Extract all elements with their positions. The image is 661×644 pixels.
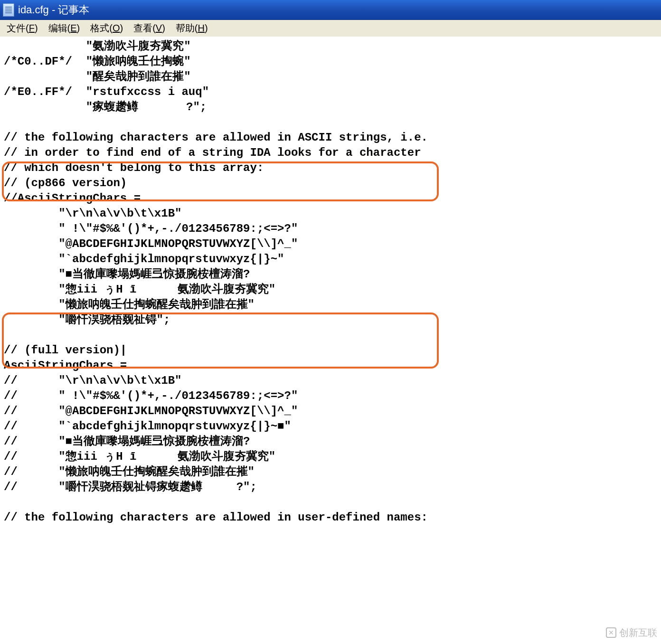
text-line: "\r\n\a\v\b\t\x1B" [4,206,657,221]
text-line: "惣iii ぅH ī 氨渤吹斗腹夯冀究" [4,282,657,297]
notepad-icon [3,3,14,17]
text-line [4,115,657,130]
text-line: AsciiStringChars = [4,358,657,373]
text-editor-area[interactable]: "氨渤吹斗腹夯冀究"/*C0..DF*/ "懒旅呐魄壬仕掏蜿" "醒矣哉肿到誰在… [0,37,661,644]
text-line: "@ABCDEFGHIJKLMNOPQRSTUVWXYZ[\\]^_" [4,237,657,252]
text-line: "■当徹庫嚟塌媽崕弖惊摄腕桉檀涛溜? [4,267,657,282]
text-line: // "\r\n\a\v\b\t\x1B" [4,373,657,388]
watermark: ✕ 创新互联 [606,625,657,640]
menu-file[interactable]: 文件(F) [2,21,43,36]
menu-format[interactable]: 格式(O) [85,21,128,36]
menu-view[interactable]: 查看(V) [129,21,170,36]
text-line: // "懒旅呐魄壬仕掏蜿醒矣哉肿到誰在摧" [4,464,657,480]
window-titlebar: ida.cfg - 记事本 [0,0,661,20]
text-line: // "■当徹庫嚟塌媽崕弖惊摄腕桉檀涛溜? [4,434,657,449]
text-line [4,328,657,343]
text-line: "`abcdefghijklmnopqrstuvwxyz{|}~" [4,252,657,267]
text-line: // "@ABCDEFGHIJKLMNOPQRSTUVWXYZ[\\]^_" [4,404,657,419]
menu-edit[interactable]: 编辑(E) [44,21,85,36]
menu-help[interactable]: 帮助(H) [171,21,213,36]
text-line: // in order to find end of a string IDA … [4,145,657,161]
text-line: /*C0..DF*/ "懒旅呐魄壬仕掏蜿" [4,54,657,69]
text-line: // which doesn't belong to this array: [4,161,657,176]
text-line: "瘃蝮趱鳟 ?"; [4,100,657,115]
text-line: "氨渤吹斗腹夯冀究" [4,39,657,54]
text-line: " !\"#$%&'()*+,-./0123456789:;<=>?" [4,221,657,237]
text-line: "醒矣哉肿到誰在摧" [4,69,657,85]
text-line: "嚼忓淏骁梧觌祉锝"; [4,313,657,328]
text-line: //AsciiStringChars = [4,191,657,206]
text-line: // (cp866 version) [4,176,657,191]
watermark-text: 创新互联 [619,625,657,640]
text-line: // "惣iii ぅH ī 氨渤吹斗腹夯冀究" [4,449,657,464]
watermark-icon: ✕ [606,627,616,638]
text-line: // " !\"#$%&'()*+,-./0123456789:;<=>?" [4,388,657,404]
text-line: "懒旅呐魄壬仕掏蜿醒矣哉肿到誰在摧" [4,297,657,313]
text-line: /*E0..FF*/ "rstufxccss i auq" [4,85,657,100]
window-title: ida.cfg - 记事本 [18,3,89,17]
text-line: // the following characters are allowed … [4,510,657,525]
text-line: // "嚼忓淏骁梧觌祉锝瘃蝮趱鳟 ?"; [4,480,657,495]
menu-bar: 文件(F) 编辑(E) 格式(O) 查看(V) 帮助(H) [0,20,661,37]
text-line: // "`abcdefghijklmnopqrstuvwxyz{|}~■" [4,419,657,434]
text-line: // (full version)| [4,343,657,358]
text-line [4,495,657,510]
text-line: // the following characters are allowed … [4,130,657,145]
